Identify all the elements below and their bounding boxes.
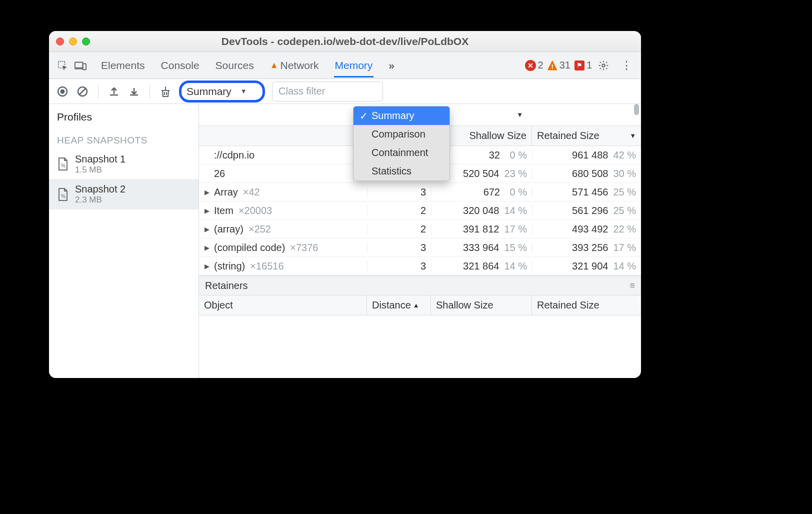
distance-cell: 2 bbox=[367, 205, 431, 216]
upload-icon[interactable] bbox=[108, 85, 120, 98]
shallow-cell: 333 96415 % bbox=[431, 242, 532, 254]
table-row[interactable]: ▶(compiled code)×73763333 96415 %393 256… bbox=[199, 238, 641, 257]
warnings-badge[interactable]: ! 31 bbox=[548, 60, 570, 71]
constructor-name: (string) bbox=[214, 260, 245, 272]
distance-cell: 3 bbox=[367, 242, 431, 254]
dropdown-item-summary[interactable]: Summary bbox=[354, 106, 450, 125]
more-icon[interactable]: ⋮ bbox=[618, 59, 635, 72]
shallow-percent: 23 % bbox=[504, 168, 527, 180]
table-row[interactable]: ▶Item×200032320 04814 %561 29625 % bbox=[199, 202, 641, 220]
errors-count: 2 bbox=[538, 60, 544, 71]
record-icon[interactable] bbox=[56, 85, 69, 98]
tab-sources[interactable]: Sources bbox=[214, 54, 255, 78]
svg-text:%: % bbox=[61, 163, 66, 168]
shallow-cell: 391 81217 % bbox=[431, 224, 532, 235]
tab-console[interactable]: Console bbox=[160, 54, 200, 78]
svg-rect-1 bbox=[75, 62, 83, 68]
instance-count: ×42 bbox=[243, 186, 260, 198]
warnings-count: 31 bbox=[560, 60, 570, 71]
constructor-cell: ▶Array×42 bbox=[199, 186, 367, 198]
ret-col-object[interactable]: Object bbox=[199, 296, 367, 315]
snapshot-text: Snapshot 2 2.3 MB bbox=[75, 183, 126, 205]
disclosure-icon[interactable]: ▶ bbox=[204, 244, 210, 252]
filter-dropdown-caret-icon[interactable]: ▼ bbox=[516, 111, 523, 118]
shallow-percent: 0 % bbox=[505, 186, 527, 198]
perspective-dropdown: Summary Comparison Containment Statistic… bbox=[353, 106, 450, 181]
divider bbox=[150, 84, 150, 98]
retained-value: 571 456 bbox=[572, 186, 608, 198]
dropdown-item-statistics[interactable]: Statistics bbox=[354, 162, 450, 180]
constructor-name: (compiled code) bbox=[214, 242, 285, 254]
titlebar: DevTools - codepen.io/web-dot-dev/live/P… bbox=[49, 31, 641, 52]
shallow-value: 672 bbox=[484, 186, 500, 198]
error-icon: ✕ bbox=[525, 60, 536, 71]
disclosure-icon[interactable]: ▶ bbox=[204, 188, 210, 196]
retained-value: 561 296 bbox=[572, 205, 608, 216]
retained-cell: 680 50830 % bbox=[532, 168, 641, 180]
snapshot-2-size: 2.3 MB bbox=[75, 195, 126, 205]
class-filter-input[interactable] bbox=[272, 82, 383, 102]
tab-elements[interactable]: Elements bbox=[100, 54, 146, 78]
status-badges: ✕ 2 ! 31 ⚑ 1 bbox=[525, 60, 592, 71]
col-constructor[interactable] bbox=[199, 126, 367, 146]
distance-cell: 3 bbox=[367, 260, 431, 272]
sort-asc-icon: ▲ bbox=[413, 302, 420, 309]
snapshot-item-2[interactable]: % Snapshot 2 2.3 MB bbox=[49, 179, 198, 209]
shallow-value: 391 812 bbox=[463, 224, 499, 235]
tab-memory[interactable]: Memory bbox=[334, 54, 374, 78]
constructor-name: Item bbox=[214, 205, 234, 216]
svg-line-7 bbox=[79, 88, 86, 95]
clear-icon[interactable] bbox=[76, 85, 89, 98]
shallow-percent: 14 % bbox=[504, 205, 527, 216]
tabs-overflow[interactable]: » bbox=[388, 54, 396, 78]
snapshot-item-1[interactable]: % Snapshot 1 1.5 MB bbox=[49, 149, 198, 179]
gc-icon[interactable] bbox=[159, 85, 172, 98]
retainers-menu-icon[interactable]: ≡ bbox=[630, 280, 635, 291]
issues-icon: ⚑ bbox=[574, 60, 584, 70]
scrollbar-thumb[interactable] bbox=[634, 104, 639, 115]
errors-badge[interactable]: ✕ 2 bbox=[525, 60, 544, 71]
disclosure-icon[interactable]: ▶ bbox=[204, 207, 210, 214]
retained-percent: 14 % bbox=[613, 260, 636, 272]
snapshot-1-size: 1.5 MB bbox=[75, 165, 126, 175]
instance-count: ×20003 bbox=[238, 205, 272, 216]
ret-col-distance[interactable]: Distance ▲ bbox=[367, 296, 431, 315]
warning-icon: ▲ bbox=[270, 60, 278, 70]
table-row[interactable]: ▶(string)×165163321 86414 %321 90414 % bbox=[199, 257, 641, 276]
constructor-cell: ▶(compiled code)×7376 bbox=[199, 242, 367, 254]
ret-col-retained[interactable]: Retained Size bbox=[532, 296, 641, 315]
table-row[interactable]: ▶(array)×2522391 81217 %493 49222 % bbox=[199, 220, 641, 238]
instance-count: ×7376 bbox=[290, 242, 318, 254]
col-retained[interactable]: Retained Size ▼ bbox=[532, 126, 641, 146]
download-icon[interactable] bbox=[128, 85, 140, 98]
divider bbox=[98, 84, 98, 98]
panel-tabs: Elements Console Sources ▲ Network Memor… bbox=[100, 54, 522, 78]
device-toolbar-icon[interactable] bbox=[73, 58, 88, 73]
shallow-value: 320 048 bbox=[463, 205, 499, 216]
tab-network[interactable]: ▲ Network bbox=[269, 54, 320, 78]
profiles-sidebar: Profiles HEAP SNAPSHOTS % Snapshot 1 1.5… bbox=[49, 104, 199, 378]
retained-value: 680 508 bbox=[572, 168, 608, 180]
constructor-name: 26 bbox=[214, 168, 225, 180]
retained-percent: 25 % bbox=[613, 205, 636, 216]
table-row[interactable]: ▶Array×4236720 %571 45625 % bbox=[199, 183, 641, 202]
ret-col-shallow[interactable]: Shallow Size bbox=[431, 296, 532, 315]
retained-percent: 22 % bbox=[613, 224, 636, 235]
shallow-cell: 320 04814 % bbox=[431, 205, 532, 216]
disclosure-icon[interactable]: ▶ bbox=[204, 262, 210, 270]
dropdown-item-containment[interactable]: Containment bbox=[354, 144, 450, 162]
retainers-body bbox=[199, 316, 641, 378]
inspect-icon[interactable] bbox=[55, 58, 70, 73]
settings-icon[interactable] bbox=[598, 60, 615, 71]
snapshot-icon: % bbox=[57, 188, 69, 202]
window-title: DevTools - codepen.io/web-dot-dev/live/P… bbox=[49, 36, 641, 48]
perspective-select[interactable]: Summary ▼ bbox=[179, 80, 265, 102]
disclosure-icon[interactable]: ▶ bbox=[204, 226, 210, 233]
dropdown-item-comparison[interactable]: Comparison bbox=[354, 125, 450, 144]
snapshot-icon: % bbox=[57, 157, 69, 171]
retained-cell: 561 29625 % bbox=[532, 205, 641, 216]
constructor-name: Array bbox=[214, 186, 238, 198]
distance-cell: 2 bbox=[367, 224, 431, 235]
issues-badge[interactable]: ⚑ 1 bbox=[574, 60, 592, 71]
shallow-value: 333 964 bbox=[463, 242, 499, 254]
